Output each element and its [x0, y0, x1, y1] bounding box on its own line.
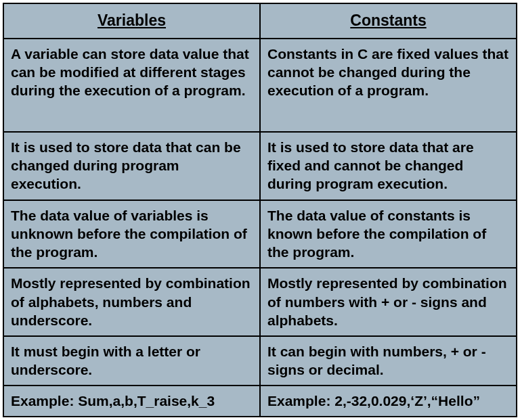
- table-row: It must begin with a letter or underscor…: [3, 336, 517, 386]
- cell-variables: Mostly represented by combination of alp…: [3, 268, 260, 336]
- table-row: It is used to store data that can be cha…: [3, 132, 517, 200]
- table-row: The data value of variables is unknown b…: [3, 200, 517, 269]
- cell-constants: It is used to store data that are fixed …: [260, 132, 517, 200]
- cell-variables: Example: Sum,a,b,T_raise,k_3: [3, 386, 260, 417]
- header-variables-label: Variables: [98, 11, 166, 29]
- cell-constants: Example: 2,-32,0.029,‘Z’,“Hello”: [260, 386, 517, 417]
- header-constants-label: Constants: [350, 11, 426, 29]
- comparison-table: Variables Constants A variable can store…: [3, 3, 517, 417]
- cell-constants: Mostly represented by combination of num…: [260, 268, 517, 336]
- table-row: Example: Sum,a,b,T_raise,k_3 Example: 2,…: [3, 386, 517, 417]
- cell-constants: Constants in C are fixed values that can…: [260, 39, 517, 132]
- cell-variables: It is used to store data that can be cha…: [3, 132, 260, 200]
- table-row: A variable can store data value that can…: [3, 39, 517, 132]
- cell-variables: A variable can store data value that can…: [3, 39, 260, 132]
- header-constants: Constants: [260, 3, 517, 39]
- table-container: Variables Constants A variable can store…: [0, 0, 520, 420]
- header-row: Variables Constants: [3, 3, 517, 39]
- cell-constants: It can begin with numbers, + or - signs …: [260, 336, 517, 386]
- header-variables: Variables: [3, 3, 260, 39]
- cell-constants: The data value of constants is known bef…: [260, 200, 517, 269]
- cell-variables: The data value of variables is unknown b…: [3, 200, 260, 269]
- table-row: Mostly represented by combination of alp…: [3, 268, 517, 336]
- cell-variables: It must begin with a letter or underscor…: [3, 336, 260, 386]
